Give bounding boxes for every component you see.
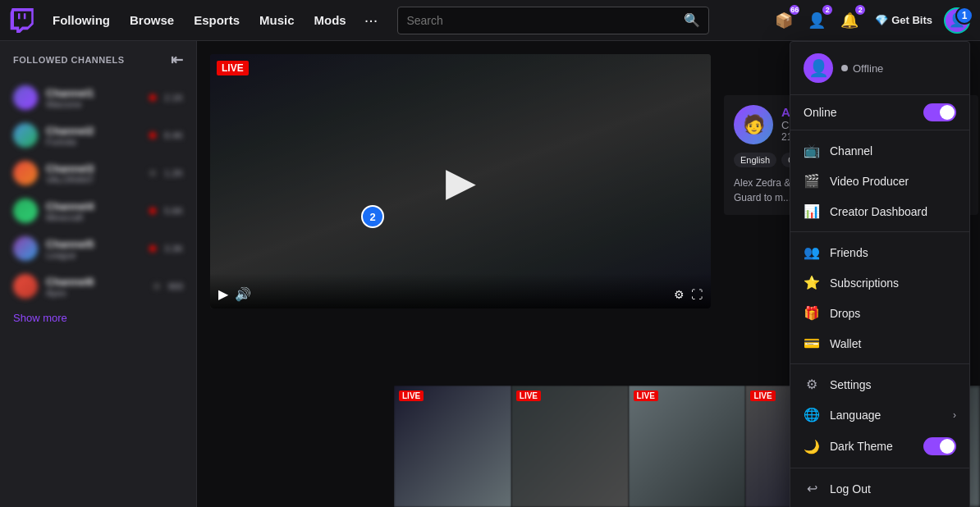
friends-button[interactable]: 👤 2 [803, 7, 831, 34]
wallet-label: Wallet [830, 337, 956, 350]
search-icon[interactable]: 🔍 [684, 12, 700, 28]
dark-theme-label: Dark Theme [830, 440, 914, 453]
fullscreen-button[interactable]: ⛶ [691, 288, 703, 301]
offline-label: Offline [853, 62, 883, 75]
menu-item-channel[interactable]: 📺 Channel [790, 135, 969, 166]
online-label: Online [804, 106, 836, 119]
topbar-right: 📦 66 👤 2 🔔 2 💎 Get Bits 👤 1 [770, 7, 970, 34]
nav-mods[interactable]: Mods [306, 8, 355, 32]
online-toggle-row: Online [790, 95, 969, 130]
profile-avatar[interactable]: 👤 [804, 53, 833, 83]
menu-item-friends[interactable]: 👥 Friends [790, 237, 969, 267]
viewer-count: 1.2K [164, 168, 183, 178]
get-bits-label: Get Bits [891, 14, 932, 26]
get-bits-button[interactable]: 💎 Get Bits [868, 11, 939, 30]
menu-item-logout[interactable]: ↩ Log Out [790, 473, 969, 504]
thumbnail-2[interactable]: LIVE [511, 386, 629, 507]
sidebar-item[interactable]: Channel6 Apex 900 [0, 267, 196, 305]
sidebar-item[interactable]: Channel3 VALORANT 1.2K [0, 154, 196, 192]
channel-label: Channel [830, 144, 956, 158]
menu-item-exit[interactable]: ✕ Exit [790, 504, 969, 507]
creator-dashboard-icon: 📊 [804, 203, 820, 219]
online-toggle[interactable] [923, 103, 956, 121]
menu-item-drops[interactable]: 🎁 Drops [790, 298, 969, 328]
menu-item-subscriptions[interactable]: ⭐ Subscriptions [790, 267, 969, 298]
toggle-knob [940, 105, 955, 120]
friends-badge: 2 [821, 3, 834, 16]
logout-label: Log Out [830, 482, 956, 496]
channel-icon: 📺 [804, 143, 820, 158]
profile-avatar-icon: 👤 [808, 58, 829, 78]
dark-theme-toggle-knob [940, 439, 955, 454]
notifications-badge: 2 [854, 3, 867, 16]
search-input[interactable] [406, 14, 684, 27]
notifications-button[interactable]: 🔔 2 [836, 7, 863, 34]
play-button[interactable]: ▶ [446, 158, 476, 204]
profile-status: Offline [841, 62, 883, 75]
volume-button[interactable]: 🔊 [235, 286, 251, 302]
menu-item-creator-dashboard[interactable]: 📊 Creator Dashboard [790, 196, 969, 226]
activity-feed-button[interactable]: 📦 66 [770, 7, 798, 34]
channel-game: Warzone [46, 99, 141, 109]
friends-label: Friends [830, 246, 956, 259]
video-player[interactable]: LIVE ▶ ▶ 🔊 ⚙ ⛶ [210, 54, 711, 308]
profile-number-badge: 1 [955, 7, 973, 25]
nav-following[interactable]: Following [44, 8, 118, 32]
nav-browse[interactable]: Browse [121, 8, 182, 32]
menu-item-settings[interactable]: ⚙ Settings [790, 369, 969, 400]
nav-esports[interactable]: Esports [185, 8, 248, 32]
thumbnail-3[interactable]: LIVE [629, 386, 746, 507]
channel-name: Channel1 [46, 87, 141, 99]
channel-game: Fortnite [46, 137, 141, 147]
settings-label: Settings [830, 378, 956, 391]
dark-theme-icon: 🌙 [804, 439, 820, 454]
sidebar-item[interactable]: Channel2 Fortnite 8.4K [0, 116, 196, 154]
nav-more-button[interactable]: ··· [358, 7, 385, 33]
thumb-live-badge: LIVE [750, 391, 775, 401]
sidebar-header: FOLLOWED CHANNELS ⇤ [0, 41, 196, 79]
channel-name: Channel4 [46, 200, 141, 212]
channel-game: VALORANT [46, 175, 141, 185]
menu-item-wallet[interactable]: 💳 Wallet [790, 328, 969, 359]
sidebar-item[interactable]: Channel1 Warzone 2.1K [0, 79, 196, 116]
play-pause-button[interactable]: ▶ [218, 286, 228, 302]
show-more-button[interactable]: Show more [0, 305, 196, 331]
menu-section-4: ↩ Log Out ✕ Exit [790, 468, 969, 507]
video-controls: ▶ 🔊 ⚙ ⛶ [210, 273, 711, 308]
dropdown-menu: 👤 Offline Online 📺 Channel 🎬 Video Produ… [790, 41, 970, 507]
viewer-count: 2.1K [164, 93, 183, 103]
viewer-count: 5.6K [164, 206, 183, 216]
dark-theme-toggle[interactable] [923, 437, 956, 455]
menu-item-language[interactable]: 🌐 Language › [790, 400, 969, 430]
wallet-icon: 💳 [804, 336, 820, 351]
live-indicator [149, 208, 156, 214]
sidebar-collapse-button[interactable]: ⇤ [171, 51, 184, 69]
thumbnail-1[interactable]: LIVE [394, 386, 511, 507]
profile-section: 👤 Offline [790, 42, 969, 95]
sidebar-item[interactable]: Channel5 League 3.3K [0, 230, 196, 267]
live-badge: LIVE [217, 61, 249, 75]
sidebar-item[interactable]: Channel4 Minecraft 5.6K [0, 192, 196, 230]
menu-item-video-producer[interactable]: 🎬 Video Producer [790, 166, 969, 196]
search-bar: 🔍 [397, 7, 709, 34]
channel-game: Apex [46, 288, 145, 298]
viewer-count: 8.4K [164, 130, 183, 140]
activity-badge: 66 [788, 3, 801, 16]
sidebar: FOLLOWED CHANNELS ⇤ Channel1 Warzone 2.1… [0, 41, 197, 507]
twitch-logo[interactable] [10, 8, 34, 33]
topbar: Following Browse Esports Music Mods ··· … [0, 0, 980, 41]
nav-music[interactable]: Music [251, 8, 303, 32]
chevron-right-icon: › [953, 409, 956, 421]
settings-button[interactable]: ⚙ [674, 288, 685, 301]
friends-icon: 👥 [804, 244, 820, 260]
tag-english[interactable]: English [734, 153, 776, 167]
menu-item-dark-theme[interactable]: 🌙 Dark Theme [790, 430, 969, 463]
live-indicator [149, 132, 156, 139]
thumb-live-badge: LIVE [399, 391, 424, 401]
streamer-avatar[interactable]: 🧑 [734, 105, 773, 144]
offline-dot [841, 65, 848, 71]
menu-section-1: 📺 Channel 🎬 Video Producer 📊 Creator Das… [790, 130, 969, 232]
video-producer-label: Video Producer [830, 175, 956, 188]
video-producer-icon: 🎬 [804, 173, 820, 189]
live-indicator [149, 245, 156, 252]
